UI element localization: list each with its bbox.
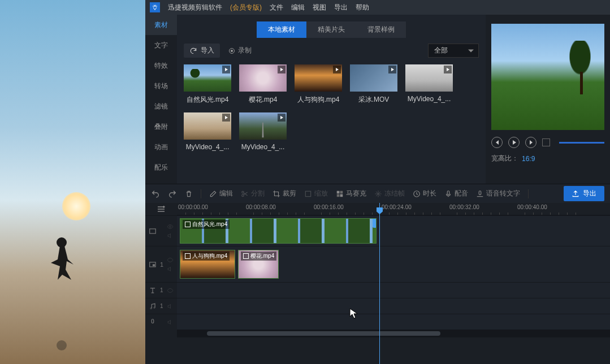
nav-animation[interactable]: 动画 bbox=[145, 137, 177, 157]
eye-icon[interactable] bbox=[167, 257, 174, 263]
zoom-button[interactable]: 缩放 bbox=[304, 189, 328, 198]
record-button[interactable]: 录制 bbox=[229, 46, 252, 55]
media-label: MyVideo_4_... bbox=[184, 143, 231, 151]
duration-button[interactable]: 时长 bbox=[413, 189, 436, 198]
menu-file[interactable]: 文件 bbox=[270, 3, 283, 12]
pip-track[interactable]: 人与狗狗.mp4樱花.mp4 bbox=[177, 246, 610, 282]
speaker-icon[interactable] bbox=[167, 266, 174, 272]
eye-icon[interactable] bbox=[167, 287, 174, 294]
filter-select[interactable]: 全部 bbox=[428, 44, 479, 58]
track-head-text[interactable]: 1 bbox=[145, 282, 177, 298]
mosaic-icon bbox=[336, 190, 344, 198]
freeze-button[interactable]: 冻结帧 bbox=[374, 189, 405, 198]
track-head-audio[interactable]: 1 bbox=[145, 298, 177, 314]
play-button[interactable] bbox=[508, 137, 520, 148]
pip-track-num: 1 bbox=[160, 261, 163, 268]
horizontal-scrollbar[interactable] bbox=[177, 330, 610, 337]
media-item[interactable]: MyVideo_4_... bbox=[184, 112, 231, 151]
media-tabs: 本地素材 精美片头 背景样例 bbox=[184, 21, 479, 38]
crop-button[interactable]: 裁剪 bbox=[272, 189, 296, 198]
text-track-icon bbox=[149, 287, 157, 294]
left-nav: 素材 文字 特效 转场 滤镜 叠附 动画 配乐 bbox=[145, 15, 177, 184]
ruler-tick: 00:00:32.00 bbox=[449, 204, 479, 210]
media-item[interactable]: 采冰.MOV bbox=[350, 64, 397, 105]
track-head-pip[interactable]: 1 bbox=[145, 246, 177, 282]
progress-bar[interactable] bbox=[559, 142, 604, 144]
video-track[interactable]: 自然风光.mp4 bbox=[177, 215, 610, 246]
speaker-icon[interactable] bbox=[167, 319, 174, 326]
time-ruler[interactable]: 00:00:00.0000:00:08.0000:00:16.0000:00:2… bbox=[177, 203, 610, 215]
audio-track[interactable] bbox=[177, 298, 610, 314]
ruler-tick: 00:00:40.00 bbox=[517, 204, 547, 210]
nav-material[interactable]: 素材 bbox=[145, 15, 177, 35]
aspect-label: 宽高比： bbox=[491, 154, 518, 163]
mouse-cursor bbox=[349, 308, 358, 319]
nav-filter[interactable]: 滤镜 bbox=[145, 96, 177, 116]
video-track-icon bbox=[149, 227, 157, 235]
stt-button[interactable]: 语音转文字 bbox=[476, 189, 520, 198]
media-label: 樱花.mp4 bbox=[239, 95, 287, 105]
menu-edit[interactable]: 编辑 bbox=[291, 3, 305, 12]
next-button[interactable] bbox=[525, 137, 537, 148]
media-item[interactable]: 自然风光.mp4 bbox=[184, 64, 231, 105]
svg-point-15 bbox=[154, 307, 155, 308]
edit-icon bbox=[209, 190, 217, 198]
ruler-tick: 00:00:08.00 bbox=[246, 204, 276, 210]
menu-help[interactable]: 帮助 bbox=[356, 3, 369, 12]
app-icon bbox=[150, 2, 160, 12]
svg-rect-4 bbox=[340, 190, 343, 193]
timeline-clip[interactable]: 樱花.mp4 bbox=[238, 250, 279, 279]
redo-button[interactable] bbox=[168, 189, 177, 198]
import-button[interactable]: 导入 bbox=[184, 44, 220, 58]
text-track[interactable] bbox=[177, 282, 610, 298]
edit-button[interactable]: 编辑 bbox=[209, 189, 233, 198]
eye-icon[interactable] bbox=[167, 223, 174, 230]
export-button[interactable]: 导出 bbox=[564, 186, 604, 201]
clip-label: 人与狗狗.mp4 bbox=[192, 252, 227, 260]
record-icon bbox=[229, 48, 235, 54]
preview-viewport[interactable] bbox=[491, 24, 604, 130]
nav-text[interactable]: 文字 bbox=[145, 35, 177, 55]
media-item[interactable]: 人与狗狗.mp4 bbox=[295, 64, 342, 105]
nav-overlay[interactable]: 叠附 bbox=[145, 116, 177, 137]
media-thumbnail bbox=[295, 64, 342, 92]
tab-local[interactable]: 本地素材 bbox=[257, 21, 306, 38]
tab-background[interactable]: 背景样例 bbox=[356, 21, 406, 38]
media-item[interactable]: MyVideo_4_... bbox=[239, 112, 287, 151]
text-track-num: 1 bbox=[160, 287, 163, 293]
audio-track-num: 1 bbox=[160, 303, 163, 309]
media-item[interactable]: MyVideo_4_... bbox=[405, 64, 453, 105]
nav-effects[interactable]: 特效 bbox=[145, 55, 177, 76]
split-button[interactable]: 分割 bbox=[241, 189, 265, 198]
app-title: 迅捷视频剪辑软件 bbox=[168, 3, 222, 12]
svg-rect-10 bbox=[150, 228, 156, 233]
stop-button[interactable] bbox=[542, 138, 550, 146]
voiceover-track[interactable] bbox=[177, 314, 610, 330]
timeline-clip[interactable]: 自然风光.mp4 bbox=[180, 218, 377, 244]
svg-rect-8 bbox=[447, 190, 449, 194]
media-label: 自然风光.mp4 bbox=[184, 95, 231, 105]
playhead[interactable] bbox=[379, 203, 380, 364]
aspect-value[interactable]: 16:9 bbox=[522, 155, 535, 163]
speaker-icon[interactable] bbox=[167, 232, 174, 239]
delete-button[interactable] bbox=[185, 190, 193, 198]
mosaic-button[interactable]: 马赛克 bbox=[336, 189, 366, 198]
speaker-icon[interactable] bbox=[167, 303, 174, 310]
media-item[interactable]: 樱花.mp4 bbox=[239, 64, 287, 105]
undo-button[interactable] bbox=[151, 189, 160, 198]
track-head-voiceover[interactable] bbox=[145, 314, 177, 330]
play-overlay-icon bbox=[278, 66, 285, 73]
add-track-button[interactable] bbox=[145, 203, 177, 215]
timeline-clip[interactable]: 人与狗狗.mp4 bbox=[180, 250, 235, 279]
nav-music[interactable]: 配乐 bbox=[145, 157, 177, 177]
tab-intro[interactable]: 精美片头 bbox=[306, 21, 356, 38]
prev-button[interactable] bbox=[491, 137, 503, 148]
menu-export[interactable]: 导出 bbox=[334, 3, 348, 12]
timeline-tracks[interactable]: 00:00:00.0000:00:08.0000:00:16.0000:00:2… bbox=[177, 203, 610, 364]
media-label: MyVideo_4_... bbox=[239, 143, 287, 151]
nav-transition[interactable]: 转场 bbox=[145, 76, 177, 96]
menu-view[interactable]: 视图 bbox=[313, 3, 326, 12]
dub-button[interactable]: 配音 bbox=[444, 189, 468, 198]
media-thumbnail bbox=[184, 64, 231, 92]
track-head-video[interactable] bbox=[145, 215, 177, 246]
